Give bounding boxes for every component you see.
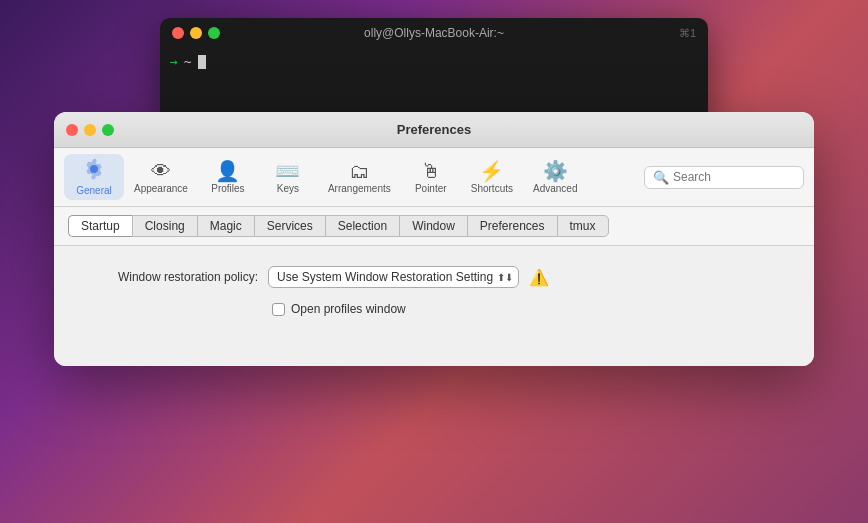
toolbar-appearance[interactable]: 👁 Appearance	[124, 157, 198, 198]
window-restoration-label: Window restoration policy:	[78, 270, 258, 284]
terminal-traffic-lights	[172, 27, 220, 39]
prefs-traffic-lights	[66, 124, 114, 136]
eye-icon: 👁	[151, 161, 171, 181]
toolbar-arrangements[interactable]: 🗂 Arrangements	[318, 157, 401, 198]
subtab-magic[interactable]: Magic	[197, 215, 254, 237]
search-icon: 🔍	[653, 170, 669, 185]
content-area: Window restoration policy: Use System Wi…	[54, 246, 814, 366]
toolbar-pointer-label: Pointer	[415, 183, 447, 194]
open-profiles-row: Open profiles window	[272, 302, 790, 316]
preferences-window: Preferences General 👁 Appearance 👤 Profi…	[54, 112, 814, 366]
toolbar-appearance-label: Appearance	[134, 183, 188, 194]
gear-icon	[83, 158, 105, 183]
open-profiles-label: Open profiles window	[291, 302, 406, 316]
keyboard-icon: ⌨️	[275, 161, 300, 181]
person-icon: 👤	[215, 161, 240, 181]
terminal-title: olly@Ollys-MacBook-Air:~	[364, 26, 504, 40]
subtab-selection[interactable]: Selection	[325, 215, 399, 237]
prefs-minimize-button[interactable]	[84, 124, 96, 136]
pointer-icon: 🖱	[421, 161, 441, 181]
toolbar-search-container: 🔍	[644, 166, 804, 189]
preferences-title: Preferences	[397, 122, 471, 137]
terminal-shortcut: ⌘1	[679, 27, 696, 40]
toolbar-advanced-label: Advanced	[533, 183, 577, 194]
warning-icon: ⚠️	[529, 268, 549, 287]
toolbar-keys[interactable]: ⌨️ Keys	[258, 157, 318, 198]
toolbar: General 👁 Appearance 👤 Profiles ⌨️ Keys …	[54, 148, 814, 207]
prefs-maximize-button[interactable]	[102, 124, 114, 136]
toolbar-shortcuts[interactable]: ⚡ Shortcuts	[461, 157, 523, 198]
subtab-preferences[interactable]: Preferences	[467, 215, 557, 237]
window-restoration-select-container: Use System Window Restoration Setting ⬆⬇	[268, 266, 519, 288]
search-input[interactable]	[673, 170, 793, 184]
toolbar-shortcuts-label: Shortcuts	[471, 183, 513, 194]
toolbar-arrangements-label: Arrangements	[328, 183, 391, 194]
subtab-group: Startup Closing Magic Services Selection…	[68, 215, 609, 237]
terminal-path: ~	[184, 54, 192, 69]
subtab-startup[interactable]: Startup	[68, 215, 132, 237]
toolbar-profiles-label: Profiles	[211, 183, 244, 194]
prefs-close-button[interactable]	[66, 124, 78, 136]
terminal-titlebar: olly@Ollys-MacBook-Air:~ ⌘1	[160, 18, 708, 48]
advanced-icon: ⚙️	[543, 161, 568, 181]
window-restoration-select[interactable]: Use System Window Restoration Setting	[268, 266, 519, 288]
open-profiles-checkbox[interactable]	[272, 303, 285, 316]
toolbar-keys-label: Keys	[277, 183, 299, 194]
terminal-body: → ~	[160, 48, 708, 75]
arrangements-icon: 🗂	[349, 161, 369, 181]
subtab-closing[interactable]: Closing	[132, 215, 197, 237]
toolbar-general-label: General	[76, 185, 112, 196]
subtab-tmux[interactable]: tmux	[557, 215, 609, 237]
terminal-minimize-button[interactable]	[190, 27, 202, 39]
terminal-close-button[interactable]	[172, 27, 184, 39]
window-restoration-row: Window restoration policy: Use System Wi…	[78, 266, 790, 288]
toolbar-general[interactable]: General	[64, 154, 124, 200]
terminal-maximize-button[interactable]	[208, 27, 220, 39]
subtabs-bar: Startup Closing Magic Services Selection…	[54, 207, 814, 246]
shortcuts-icon: ⚡	[479, 161, 504, 181]
subtab-window[interactable]: Window	[399, 215, 467, 237]
toolbar-advanced[interactable]: ⚙️ Advanced	[523, 157, 587, 198]
toolbar-pointer[interactable]: 🖱 Pointer	[401, 157, 461, 198]
terminal-cursor	[198, 55, 206, 69]
subtab-services[interactable]: Services	[254, 215, 325, 237]
terminal-arrow: →	[170, 54, 178, 69]
preferences-titlebar: Preferences	[54, 112, 814, 148]
toolbar-profiles[interactable]: 👤 Profiles	[198, 157, 258, 198]
